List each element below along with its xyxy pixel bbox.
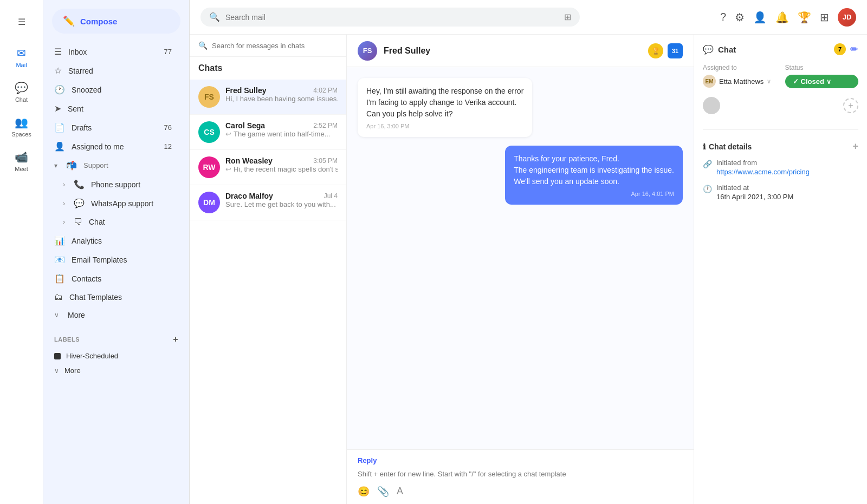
message-text-1: Hey, I'm still awaiting the response on … — [366, 86, 523, 120]
nav-item-snoozed[interactable]: 🕐 Snoozed — [43, 80, 183, 99]
message-text-2: Thanks for your patience, Fred. The engi… — [514, 153, 674, 187]
nav-item-chat[interactable]: › 🗨 Chat — [43, 213, 183, 231]
chat-item-draco-malfoy[interactable]: DM Draco Malfoy Jul 4 Sure. Let me get b… — [190, 185, 346, 220]
nav-item-drafts[interactable]: 📄 Drafts 76 — [43, 118, 183, 137]
nav-item-assigned[interactable]: 👤 Assigned to me 12 — [43, 137, 183, 156]
rp-edit-icon[interactable]: ✏ — [850, 43, 858, 55]
nav-item-contacts[interactable]: 📋 Contacts — [43, 269, 183, 288]
chat-preview-draco-malfoy: Sure. Let me get back to you with... — [225, 200, 338, 208]
nav-chat-label: Chat — [89, 218, 105, 226]
message-sent-1: Thanks for your patience, Fred. The engi… — [505, 146, 683, 205]
left-panel: ✏️ Compose ☰ Inbox 77 ☆ Starred 🕐 Snooze… — [43, 0, 190, 504]
nav-inbox-label: Inbox — [68, 48, 87, 56]
chat-item-ron-weasley[interactable]: RW Ron Weasley 3:05 PM ↩ Hi, the recent … — [190, 150, 346, 185]
conversation-panel: FS Fred Sulley 🏆 31 Hey, I'm still await… — [347, 35, 694, 504]
message-received-1: Hey, I'm still awaiting the response on … — [358, 78, 532, 137]
label-item-hiver-scheduled[interactable]: Hiver-Scheduled — [52, 349, 180, 363]
chat-item-carol-sega[interactable]: CS Carol Sega 2:52 PM ↩ The game went in… — [190, 115, 346, 150]
nav-item-sent[interactable]: ➤ Sent — [43, 99, 183, 118]
sidebar-item-chat-label: Chat — [15, 96, 28, 103]
trophy-badge: 🏆 — [648, 43, 663, 58]
rp-chat-header: 💬 Chat 7 ✏ — [703, 43, 858, 55]
chat-item-fred-sulley[interactable]: FS Fred Sulley 4:02 PM Hi, I have been h… — [190, 80, 346, 115]
snoozed-icon: 🕐 — [54, 84, 65, 95]
initiated-from-label: Initiated from — [716, 159, 810, 167]
search-bar[interactable]: 🔍 ⊞ — [200, 8, 580, 27]
chats-label: Chats — [190, 57, 346, 80]
nav-whatsapp-support-label: WhatsApp support — [91, 199, 153, 208]
nav-item-email-templates[interactable]: 📧 Email Templates — [43, 250, 183, 269]
more-labels-expand-icon: ∨ — [54, 367, 59, 375]
chat-name-ron-weasley: Ron Weasley — [225, 156, 273, 165]
add-assignee-button[interactable]: + — [843, 98, 858, 113]
initiated-at-value: 16th April 2021, 3:00 PM — [716, 193, 793, 201]
settings-icon[interactable]: ⚙ — [735, 11, 745, 24]
assigned-to-value[interactable]: EM Etta Matthews ∨ — [703, 75, 777, 88]
chat-search-input[interactable] — [212, 42, 338, 50]
phone-support-icon: 📞 — [74, 179, 85, 189]
chat-name-draco-malfoy: Draco Malfoy — [225, 192, 273, 200]
compose-icon: ✏️ — [63, 15, 75, 27]
chat-details-add-icon[interactable]: + — [852, 141, 858, 152]
reply-label[interactable]: Reply — [358, 456, 683, 464]
contacts-icon[interactable]: 👤 — [753, 11, 767, 24]
emoji-icon[interactable]: 😊 — [358, 486, 370, 498]
status-badge[interactable]: ✓ Closed ∨ — [785, 75, 859, 88]
reply-toolbar: 😊 📎 A — [358, 486, 683, 498]
assign-col-assignee: Assigned to EM Etta Matthews ∨ — [703, 64, 777, 88]
chat-time-ron-weasley: 3:05 PM — [313, 157, 338, 165]
notifications-icon[interactable]: 🔔 — [775, 11, 789, 24]
nav-item-more[interactable]: ∨ More — [43, 306, 183, 324]
more-expand-icon: ∨ — [54, 311, 59, 319]
chat-nav-icon: 🗨 — [74, 217, 82, 227]
nav-more-labels[interactable]: ∨ More — [52, 363, 180, 378]
chat-list-search-bar[interactable]: 🔍 — [190, 35, 346, 57]
nav-item-starred[interactable]: ☆ Starred — [43, 61, 183, 80]
assigned-to-label: Assigned to — [703, 64, 777, 71]
nav-contacts-label: Contacts — [72, 274, 101, 283]
help-icon[interactable]: ? — [720, 11, 726, 23]
nav-starred-label: Starred — [68, 67, 93, 75]
sidebar-item-mail[interactable]: ✉ Mail — [0, 42, 43, 73]
nav-section-support[interactable]: ▾ 📬 Support — [43, 156, 183, 175]
initiated-at-icon: 🕐 — [703, 185, 712, 193]
filter-icon[interactable]: ⊞ — [564, 12, 571, 22]
analytics-icon: 📊 — [54, 235, 65, 246]
format-icon[interactable]: A — [397, 486, 403, 498]
compose-button[interactable]: ✏️ Compose — [52, 9, 180, 34]
user-avatar[interactable]: JD — [838, 8, 856, 27]
sidebar-item-meet[interactable]: 📹 Meet — [0, 146, 43, 176]
assignee-name: Etta Matthews — [719, 77, 764, 86]
reply-input[interactable] — [358, 468, 683, 480]
trophy-icon[interactable]: 🏆 — [798, 11, 811, 24]
nav-item-phone-support[interactable]: › 📞 Phone support — [43, 175, 183, 194]
nav-item-whatsapp-support[interactable]: › 💬 WhatsApp support — [43, 194, 183, 213]
compose-label: Compose — [80, 17, 117, 26]
nav-list: ☰ Inbox 77 ☆ Starred 🕐 Snoozed ➤ Sent — [43, 42, 189, 324]
trophy-badge-icon: 🏆 — [652, 47, 660, 55]
assigned-badge: 12 — [164, 142, 172, 150]
initiated-at-row: 🕐 Initiated at 16th April 2021, 3:00 PM — [703, 184, 858, 201]
labels-add-button[interactable]: + — [173, 335, 178, 344]
drafts-badge: 76 — [164, 123, 172, 132]
chat-details-icon: ℹ — [703, 142, 706, 151]
divider-1 — [703, 129, 858, 130]
sent-icon: ➤ — [54, 103, 61, 114]
nav-assigned-label: Assigned to me — [72, 142, 124, 151]
grid-icon[interactable]: ⊞ — [820, 11, 829, 24]
initiated-from-url[interactable]: https://www.acme.com/pricing — [716, 168, 810, 176]
assignee-dropdown-icon: ∨ — [767, 78, 771, 85]
reply-area: Reply 😊 📎 A — [347, 449, 694, 504]
attachment-icon[interactable]: 📎 — [377, 486, 389, 498]
sidebar-item-chat[interactable]: 💬 Chat — [0, 77, 43, 107]
menu-button[interactable]: ☰ — [11, 11, 33, 32]
nav-item-analytics[interactable]: 📊 Analytics — [43, 231, 183, 250]
search-input[interactable] — [225, 13, 559, 22]
nav-item-chat-templates[interactable]: 🗂 Chat Templates — [43, 288, 183, 306]
nav-chat-templates-label: Chat Templates — [69, 293, 122, 302]
chat-avatar-carol-sega: CS — [198, 121, 220, 143]
nav-sent-label: Sent — [68, 104, 83, 113]
nav-item-inbox[interactable]: ☰ Inbox 77 — [43, 42, 183, 61]
sidebar-item-spaces[interactable]: 👥 Spaces — [0, 112, 43, 142]
calendar-badge-text: 31 — [672, 48, 678, 54]
